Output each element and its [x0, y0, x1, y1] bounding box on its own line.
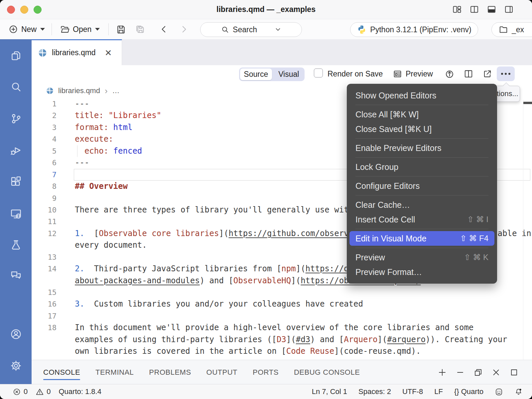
minimize-window-button[interactable]: [20, 6, 28, 14]
menu-item-label: Enable Preview Editors: [355, 143, 441, 153]
code-line-16[interactable]: 163. Custom libraries you and/or your co…: [32, 298, 532, 310]
screen: libraries.qmd — _examples New Open: [0, 0, 532, 399]
status-item[interactable]: [514, 388, 523, 396]
tab-strip: libraries.qmd ✕: [32, 39, 532, 66]
menu-item-clear-cache[interactable]: Clear Cache…: [349, 198, 494, 212]
menu-item-insert-code-cell[interactable]: Insert Code Cell⇧ ⌘ I: [349, 212, 494, 227]
status-item-spaces-2[interactable]: Spaces: 2: [358, 387, 391, 396]
top-toolbar: New Open Searc: [0, 19, 532, 40]
forward-button[interactable]: [179, 19, 189, 39]
render-on-save-checkbox[interactable]: [314, 68, 323, 77]
status-item-utf-8[interactable]: UTF-8: [402, 387, 423, 396]
menu-item-show-opened-editors[interactable]: Show Opened Editors: [349, 88, 494, 103]
plus-icon[interactable]: [438, 368, 447, 377]
open-external-icon[interactable]: [482, 69, 492, 79]
activity-search[interactable]: [0, 75, 32, 99]
source-mode-button[interactable]: Source: [240, 68, 272, 80]
menu-separator: [355, 176, 488, 177]
menu-item-label: Close Saved [⌘K U]: [355, 124, 432, 134]
save-button[interactable]: [116, 19, 126, 39]
panel-icon[interactable]: [487, 5, 496, 14]
panel-tab-problems[interactable]: PROBLEMS: [149, 360, 191, 385]
menu-item-preview-format[interactable]: Preview Format…: [349, 265, 494, 279]
menu-item-close-saved-k-u[interactable]: Close Saved [⌘K U]: [349, 122, 494, 136]
menu-item-preview[interactable]: Preview⇧ ⌘ K: [349, 250, 494, 265]
source-visual-toggle: Source Visual: [239, 67, 305, 81]
activity-account[interactable]: [0, 323, 32, 346]
secondary-sidebar-icon[interactable]: [504, 5, 514, 14]
search-icon: [220, 25, 229, 34]
code-line-wrap[interactable]: examples of using third-party libraries …: [32, 334, 532, 345]
code-line-wrap[interactable]: own libraries is covered in the article …: [32, 345, 532, 357]
menu-item-lock-group[interactable]: Lock Group: [349, 160, 494, 174]
search-input[interactable]: Search: [200, 22, 302, 37]
visual-mode-button[interactable]: Visual: [273, 67, 305, 81]
activity-remote-explorer[interactable]: [0, 202, 32, 225]
status-item-0[interactable]: 0: [36, 387, 51, 396]
activity-source-control[interactable]: [0, 107, 32, 130]
interpreter-selector[interactable]: Python 3.12.1 (PipEnv: .venv): [350, 22, 478, 37]
zoom-window-button[interactable]: [34, 6, 42, 14]
code-line-15[interactable]: 15: [32, 287, 532, 298]
activity-settings-gear[interactable]: [0, 354, 32, 377]
close-tab-icon[interactable]: ✕: [105, 49, 112, 57]
tab-libraries-qmd[interactable]: libraries.qmd ✕: [32, 39, 122, 65]
save-icon: [116, 24, 126, 35]
minus-icon[interactable]: [456, 368, 465, 377]
menu-item-enable-preview-editors[interactable]: Enable Preview Editors: [349, 141, 494, 155]
chevron-left-icon: [159, 24, 169, 34]
new-button[interactable]: New: [8, 19, 45, 39]
layout-controls: [452, 0, 514, 19]
menu-separator: [355, 157, 488, 158]
split-editor-icon[interactable]: [464, 69, 473, 79]
back-button[interactable]: [159, 19, 169, 39]
maximize-panel-icon[interactable]: [509, 368, 519, 377]
status-item-ln-7-col-1[interactable]: Ln 7, Col 1: [312, 387, 347, 396]
window-title: libraries.qmd — _examples: [166, 0, 366, 19]
menu-item-edit-in-visual-mode[interactable]: Edit in Visual Mode⇧ ⌘ F4: [349, 231, 494, 246]
code-line-18[interactable]: 18In this document we'll provide a high-…: [32, 322, 532, 333]
panel-tab-ports[interactable]: PORTS: [253, 360, 279, 385]
divider: [52, 23, 52, 35]
open-button[interactable]: Open: [60, 19, 100, 39]
scrollbar-track[interactable]: [523, 100, 523, 360]
publish-icon[interactable]: [445, 69, 455, 79]
more-actions-button[interactable]: [497, 66, 515, 81]
status-item-quarto-1-8-4[interactable]: Quarto: 1.8.4: [59, 387, 101, 396]
line-number: 15: [32, 287, 57, 298]
status-text: LF: [434, 387, 443, 396]
panel-tab-terminal[interactable]: TERMINAL: [95, 360, 134, 385]
project-selector[interactable]: _ex: [491, 22, 532, 37]
status-item-quarto[interactable]: {} Quarto: [454, 387, 483, 396]
layout-customize-icon[interactable]: [452, 5, 462, 14]
preview-button[interactable]: Preview: [393, 65, 433, 82]
status-item-0[interactable]: 0: [13, 387, 28, 396]
close-window-button[interactable]: [7, 6, 15, 14]
split-editor-icon[interactable]: [469, 5, 479, 14]
panel-tab-debug-console[interactable]: DEBUG CONSOLE: [294, 360, 360, 385]
activity-comments[interactable]: [0, 264, 32, 287]
status-item[interactable]: [495, 388, 503, 396]
panel-tab-output[interactable]: OUTPUT: [206, 360, 237, 385]
save-all-button[interactable]: [135, 19, 145, 39]
panel-tab-console[interactable]: CONSOLE: [43, 360, 80, 385]
restore-icon[interactable]: [473, 368, 483, 377]
close-icon[interactable]: [491, 368, 501, 377]
line-number: 7: [32, 169, 57, 181]
activity-testing[interactable]: [0, 233, 32, 257]
activity-extensions[interactable]: [0, 170, 32, 194]
code-line-17[interactable]: 17: [32, 310, 532, 322]
chevron-down-icon: [95, 28, 100, 31]
status-item-lf[interactable]: LF: [434, 387, 443, 396]
search-icon: [10, 81, 22, 93]
status-text: 0: [47, 387, 51, 396]
line-content: own libraries is covered in the article …: [75, 345, 532, 357]
activity-run-debug[interactable]: [0, 139, 32, 162]
menu-item-configure-editors[interactable]: Configure Editors: [349, 179, 494, 193]
line-content: 3. Custom libraries you and/or your coll…: [75, 298, 532, 310]
menu-item-close-all-k-w[interactable]: Close All [⌘K W]: [349, 107, 494, 122]
activity-explorer[interactable]: [0, 44, 32, 67]
breadcrumb-file: libraries.qmd: [58, 86, 100, 95]
menu-separator: [355, 229, 488, 229]
menu-item-label: Preview: [355, 253, 385, 262]
